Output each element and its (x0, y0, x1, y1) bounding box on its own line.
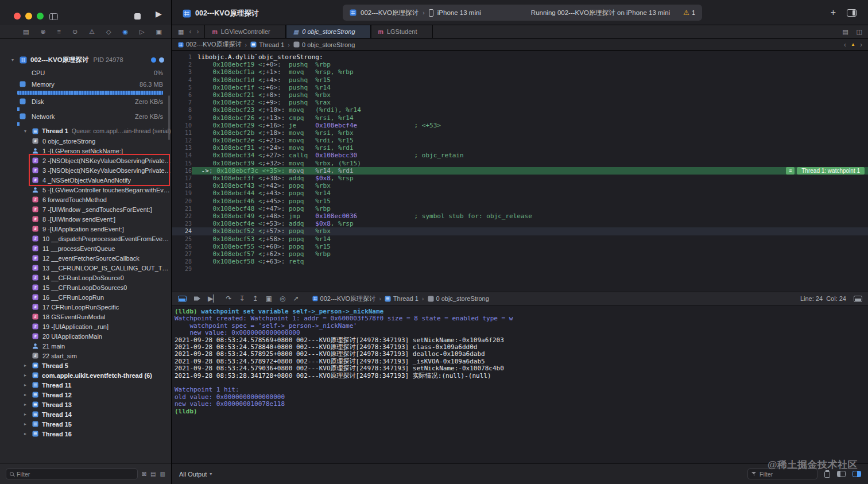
hide-debug-area-icon[interactable] (178, 296, 187, 302)
step-into-button[interactable]: ↧ (239, 295, 245, 302)
show-console-view-icon[interactable] (852, 471, 861, 477)
filter-crashed-icon[interactable]: ⊠ (142, 471, 146, 477)
stack-frame[interactable]: #6 forwardTouchMethod (0, 195, 171, 204)
stack-frame[interactable]: 5 -[LGViewController touchesBegan:withEv… (0, 185, 171, 195)
thread-row[interactable]: ▸Thread 13 (0, 400, 171, 409)
forward-icon[interactable]: › (196, 28, 199, 36)
gauge-row-disk[interactable]: DiskZero KB/s (0, 96, 171, 107)
breakpoints-toggle-icon[interactable] (194, 296, 200, 302)
disclosure-closed-icon[interactable]: ▸ (22, 382, 29, 388)
editor-tab[interactable]: mLGViewController (204, 25, 285, 38)
disclosure-closed-icon[interactable]: ▸ (22, 373, 29, 378)
add-editor-icon[interactable]: ◫ (857, 28, 862, 36)
back-icon[interactable]: ‹ (189, 28, 191, 36)
navigator-tab-debug[interactable]: ◉ (123, 28, 129, 36)
zoom-button[interactable] (37, 13, 44, 20)
navigator-tab-reports[interactable]: ▣ (156, 28, 162, 36)
scrollbar[interactable] (168, 95, 170, 140)
disclosure-closed-icon[interactable]: ▸ (22, 392, 29, 397)
minimize-button[interactable] (25, 13, 32, 20)
disclosure-open-icon[interactable]: ▾ (9, 57, 16, 63)
stack-frame[interactable]: 21 main (0, 341, 171, 351)
breadcrumb-item[interactable]: 0 objc_storeStrong (428, 295, 489, 302)
disclosure-closed-icon[interactable]: ▸ (22, 363, 29, 368)
disclosure-open-icon[interactable]: ▾ (22, 129, 29, 134)
show-variables-view-icon[interactable] (837, 471, 846, 477)
previous-issue-icon[interactable]: ‹ (844, 41, 846, 49)
stack-frame[interactable]: #0 objc_storeStrong (0, 136, 171, 146)
thread-1-row[interactable]: ▾Thread 1Queue: com.appl…ain-thread (ser… (0, 126, 171, 136)
thread-row[interactable]: ▸Thread 5 (0, 361, 171, 370)
navigator-tab-issues[interactable]: ⚠ (89, 28, 95, 36)
stack-frame[interactable]: #15 __CFRunLoopDoSources0 (0, 282, 171, 292)
stack-frame[interactable]: #19 -[UIApplication _run] (0, 322, 171, 331)
view-debugger-button[interactable]: ▣ (266, 295, 272, 302)
close-button[interactable] (14, 13, 21, 20)
new-tab-button[interactable]: + (831, 7, 836, 18)
stack-frame[interactable]: #12 __eventFetcherSourceCallback (0, 253, 171, 263)
scheme-selector[interactable]: 002---KVO原理探讨 (361, 9, 418, 17)
memory-graph-button[interactable]: ◎ (280, 295, 285, 302)
navigator-tab-project[interactable]: ▤ (23, 28, 29, 36)
stack-frame[interactable]: #11 __processEventQueue (0, 243, 171, 253)
editor-tab[interactable]: mLGStudent (371, 25, 433, 38)
run-button[interactable]: ▶ (156, 9, 162, 18)
thread-row[interactable]: ▸Thread 15 (0, 419, 171, 429)
breadcrumb-item[interactable]: 002---KVO原理探讨 (312, 295, 376, 303)
window-layout-button[interactable] (847, 9, 857, 17)
stack-frame[interactable]: #2 -[NSObject(NSKeyValueObservingPrivate… (0, 156, 171, 165)
filter-flat-list-icon[interactable]: ▤ (150, 471, 156, 477)
stack-frame[interactable]: #14 __CFRunLoopDoSource0 (0, 273, 171, 282)
navigator-tab-tests[interactable]: ◇ (106, 28, 111, 36)
breadcrumb-item[interactable]: Thread 1 (385, 295, 418, 302)
next-issue-icon[interactable]: › (860, 41, 862, 49)
stack-frame[interactable]: #18 GSEventRunModal (0, 312, 171, 322)
console-toggle-icon[interactable] (854, 296, 862, 302)
stack-frame[interactable]: 1 -[LGPerson setNickName:] (0, 146, 171, 156)
navigator-tab-source-control[interactable]: ⊗ (40, 28, 45, 36)
stack-frame[interactable]: #4 _NSSetObjectValueAndNotify (0, 175, 171, 185)
editor-options-icon[interactable]: ▤ (842, 28, 848, 36)
gauge-row-cpu[interactable]: CPU0% (0, 67, 171, 79)
disclosure-closed-icon[interactable]: ▸ (22, 402, 29, 407)
filter-view-mode-icon[interactable]: ▥ (160, 471, 165, 477)
step-out-button[interactable]: ↥ (253, 295, 258, 302)
disclosure-closed-icon[interactable]: ▸ (22, 412, 29, 417)
watchpoint-badge[interactable]: ≡Thread 1: watchpoint 1 (786, 167, 865, 175)
breadcrumb-item[interactable]: Thread 1 (250, 41, 284, 48)
breadcrumb-item[interactable]: 0 objc_storeStrong (293, 41, 355, 48)
stop-button[interactable] (134, 13, 141, 20)
navigator-tab-find[interactable]: ⊙ (72, 28, 78, 36)
stack-frame[interactable]: #13 __CFRUNLOOP_IS_CALLING_OUT_TO_… (0, 263, 171, 273)
simulate-location-button[interactable]: ↗ (293, 295, 299, 302)
toggle-navigator-icon[interactable] (49, 13, 58, 20)
process-row[interactable]: ▾002---KVO原理探讨PID 24978 (0, 52, 171, 67)
thread-row[interactable]: ▸com.apple.uikit.eventfetch-thread (6) (0, 370, 171, 380)
stack-frame[interactable]: #17 CFRunLoopRunSpecific (0, 302, 171, 312)
disclosure-closed-icon[interactable]: ▸ (22, 421, 29, 427)
stack-frame[interactable]: #10 __dispatchPreprocessedEventFromEven… (0, 234, 171, 243)
stack-frame[interactable]: #7 -[UIWindow _sendTouchesForEvent:] (0, 204, 171, 214)
disclosure-closed-icon[interactable]: ▸ (22, 431, 29, 436)
thread-row[interactable]: ▸Thread 14 (0, 409, 171, 419)
gauge-row-memory[interactable]: Memory86.3 MB (0, 79, 171, 90)
step-over-button[interactable]: ↷ (226, 295, 231, 302)
navigator-tab-breakpoints[interactable]: ▷ (140, 28, 144, 36)
continue-button[interactable]: ▶▏ (208, 295, 218, 302)
editor-tab[interactable]: ▦0 objc_storeStrong (286, 25, 371, 38)
breadcrumb-item[interactable]: 002---KVO原理探讨 (178, 40, 242, 49)
console-scope-selector[interactable]: All Output ▾ (179, 471, 212, 478)
navigator-filter-input[interactable]: Filter (6, 468, 138, 479)
stack-frame[interactable]: #22 start_sim (0, 351, 171, 361)
navigator-tab-symbols[interactable]: ≡ (57, 28, 61, 35)
stack-frame[interactable]: #3 -[NSObject(NSKeyValueObservingPrivate… (0, 165, 171, 175)
device-selector[interactable]: iPhone 13 mini (437, 9, 481, 16)
thread-row[interactable]: ▸Thread 11 (0, 380, 171, 390)
stack-frame[interactable]: #16 __CFRunLoopRun (0, 292, 171, 302)
stack-frame[interactable]: #20 UIApplicationMain (0, 331, 171, 341)
thread-row[interactable]: ▸Thread 12 (0, 390, 171, 400)
warning-badge[interactable]: ⚠ 1 (683, 9, 695, 17)
stack-frame[interactable]: #9 -[UIApplication sendEvent:] (0, 224, 171, 234)
related-items-icon[interactable]: ▦ (178, 28, 184, 36)
stack-frame[interactable]: #8 -[UIWindow sendEvent:] (0, 214, 171, 224)
